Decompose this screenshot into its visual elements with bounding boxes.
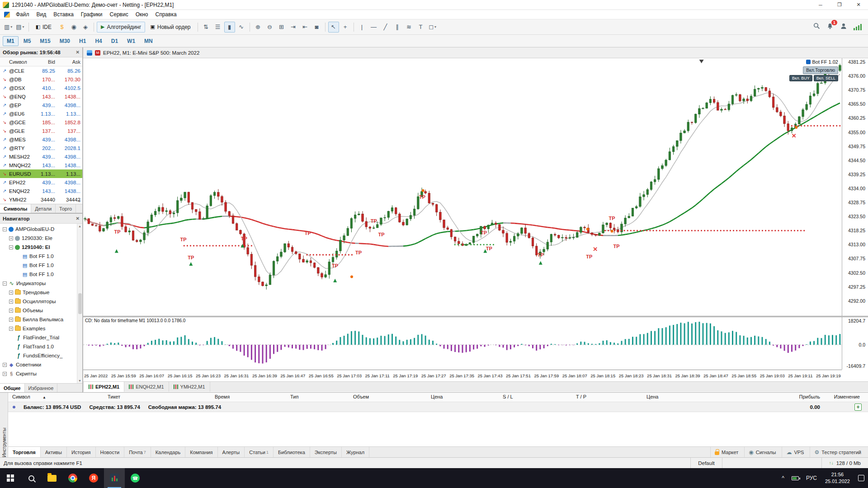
expand-icon[interactable]: + — [9, 300, 13, 304]
search-icon[interactable] — [813, 23, 820, 31]
collapse-icon[interactable]: − — [3, 282, 7, 286]
cursor-button[interactable]: ↖ — [328, 22, 339, 33]
new-order-button[interactable]: ▣Новый ордер — [146, 22, 194, 33]
toolbox-tab[interactable]: Почта7 — [124, 447, 151, 457]
column-ask[interactable]: Ask — [57, 59, 82, 65]
timeframe-h1[interactable]: H1 — [75, 36, 90, 46]
vps-button[interactable]: ☁VPS — [782, 447, 808, 457]
chart-tab[interactable]: ENQH22,M1 — [124, 382, 169, 392]
market-watch-columns[interactable]: Символ Bid Ask — [0, 57, 82, 66]
toolbox-tab[interactable]: Эксперты — [310, 447, 342, 457]
channel-button[interactable]: ∥ — [392, 22, 403, 33]
community-button[interactable]: ◉ — [68, 22, 79, 33]
timeframe-mn[interactable]: MN — [140, 36, 157, 46]
scrollbar-thumb[interactable] — [78, 293, 82, 314]
close-icon[interactable]: ✕ — [76, 216, 80, 221]
taskbar-explorer-icon[interactable] — [42, 468, 62, 488]
navigator-item[interactable]: +Осцилляторы — [0, 297, 82, 306]
navigator-item[interactable]: +Билла Вильямса — [0, 315, 82, 324]
notifications-bell-icon[interactable]: 1 — [826, 23, 834, 32]
taskbar-metatrader-icon[interactable] — [104, 468, 125, 488]
navigator-item[interactable]: +Examples — [0, 324, 82, 333]
navigator-item[interactable]: +Объемы — [0, 306, 82, 315]
toolbox-tab[interactable]: Активы — [41, 447, 67, 457]
toolbox-column-header[interactable]: Время — [215, 394, 230, 399]
timeframe-m5[interactable]: M5 — [19, 36, 35, 46]
market-watch-row[interactable]: ↗@DSX410...4102.5 — [0, 84, 82, 92]
expand-icon[interactable]: + — [3, 363, 7, 367]
time-axis[interactable]: 25 Jan 202225 Jan 15:5925 Jan 16:0725 Ja… — [83, 370, 842, 381]
market-watch-row[interactable]: ↘EURUSD1.13...1.13... — [0, 169, 82, 178]
market-watch-row[interactable]: ↗@RTY202...2028.1 — [0, 144, 82, 152]
navigator-item[interactable]: +§Скрипты — [0, 369, 82, 378]
market-watch-row[interactable]: ↘@DB170...170.30 — [0, 75, 82, 84]
timeframe-h4[interactable]: H4 — [91, 36, 106, 46]
market-watch-tab[interactable]: Торго — [56, 204, 76, 213]
price-scale[interactable]: 4381.254376.004370.754365.504360.254355.… — [842, 58, 868, 316]
chart-profiles-button[interactable]: ▤▾ — [14, 22, 25, 33]
toolbox-side-tab[interactable]: Инструменты — [0, 393, 8, 457]
toolbox-column-header[interactable]: Изменение — [834, 394, 860, 399]
navigator-item[interactable]: ƒFlatTrand 1.0 — [0, 342, 82, 351]
horizontal-line-button[interactable]: — — [368, 22, 379, 33]
action-center-icon[interactable] — [854, 468, 868, 488]
expand-icon[interactable]: + — [9, 291, 13, 295]
toolbox-column-header[interactable]: Символ — [12, 394, 30, 399]
trendline-button[interactable]: ╱ — [380, 22, 391, 33]
navigator-item[interactable]: +1290330: Ele — [0, 234, 82, 243]
menu-вставка[interactable]: Вставка — [50, 10, 77, 19]
tester-button[interactable]: ⚙Тестер стратегий — [810, 447, 865, 457]
toolbox-column-header[interactable]: Объем — [353, 394, 369, 399]
navigator-scrollbar[interactable]: ▲ ▼ — [77, 224, 82, 383]
enable-sell-button[interactable]: Вкл. SELL — [814, 75, 838, 81]
shapes-button[interactable]: ◻▾ — [427, 22, 438, 33]
toolbox-tab[interactable]: История — [67, 447, 96, 457]
screenshot-button[interactable]: ◙ — [311, 22, 322, 33]
market-watch-row[interactable]: ↗@CLE85.2585.26 — [0, 66, 82, 75]
navigator-item[interactable]: +◆Советники — [0, 360, 82, 369]
expand-icon[interactable]: + — [9, 327, 13, 331]
zoom-out-button[interactable]: ⊖ — [264, 22, 275, 33]
text-label-button[interactable]: T — [415, 22, 426, 33]
toolbox-column-header[interactable]: Цена — [431, 394, 443, 399]
toolbox-tab[interactable]: Алерты — [218, 447, 245, 457]
toolbox-tab[interactable]: Календарь — [151, 447, 186, 457]
expand-icon[interactable]: + — [9, 309, 13, 313]
enable-buy-button[interactable]: Вкл. BUY — [789, 75, 812, 81]
price-chart[interactable]: TPTPTPTPTPTPTPTPTPTPTPTPTPTPTPTP✕✕ — [83, 58, 842, 316]
profile-selector[interactable]: Default — [690, 458, 722, 468]
navigator-item[interactable]: −∿Индикаторы — [0, 279, 82, 288]
expand-icon[interactable]: + — [9, 318, 13, 322]
market-watch-row[interactable]: ↗@MES439...4398... — [0, 135, 82, 144]
chart-shift-button[interactable]: ⇥ — [288, 22, 299, 33]
scroll-up-icon[interactable]: ▲ — [78, 225, 81, 228]
chart-tab[interactable]: EPH22,M1 — [84, 382, 124, 392]
bar-chart-button[interactable]: ☰ — [212, 22, 223, 33]
indicators-button[interactable]: ⊞ — [276, 22, 287, 33]
minimize-button[interactable]: ─ — [811, 0, 830, 9]
auto-scroll-button[interactable]: ⇅ — [201, 22, 212, 33]
market-watch-row[interactable]: ↗MNQH22143...1438... — [0, 161, 82, 169]
navigator-tab[interactable]: Общие — [0, 384, 25, 392]
deposit-button[interactable]: $ — [57, 22, 67, 33]
expand-icon[interactable]: + — [3, 372, 7, 376]
chart-tab[interactable]: YMH22,M1 — [169, 382, 210, 392]
toolbox-column-header[interactable]: T / P — [576, 394, 586, 399]
market-watch-row[interactable]: ↗MESH22439...4398... — [0, 152, 82, 161]
deposit-plus-button[interactable]: + — [854, 404, 862, 411]
collapse-icon[interactable]: − — [3, 227, 7, 231]
menu-справка[interactable]: Справка — [152, 10, 180, 19]
toolbox-tab[interactable]: Статьи1 — [245, 447, 274, 457]
navigator-item[interactable]: −AMPGlobalEU-D — [0, 225, 82, 234]
close-icon[interactable]: ✕ — [76, 50, 80, 55]
toolbox-column-header[interactable]: Тип — [290, 394, 298, 399]
indicator-pane[interactable]: CD: No data for timeframe M1 10013.0 0.0… — [83, 317, 842, 370]
scroll-down-icon[interactable]: ▼ — [78, 199, 81, 203]
battery-icon[interactable] — [788, 468, 802, 488]
start-button[interactable] — [0, 468, 21, 488]
market-watch-row[interactable]: ↘YMH223444034442 — [0, 195, 82, 204]
fibonacci-button[interactable]: ≋ — [404, 22, 415, 33]
menu-вид[interactable]: Вид — [33, 10, 50, 19]
toggle-trading-button[interactable]: Вкл.Торговлю — [803, 66, 838, 74]
algo-trading-button[interactable]: ▶Алготрейдинг — [97, 22, 145, 33]
